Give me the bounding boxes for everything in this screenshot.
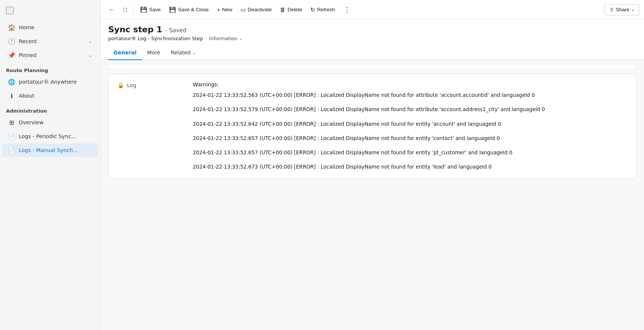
toolbar: ← □ 💾 Save 💾 Save & Close + New ▭ Deacti… — [101, 0, 644, 20]
chevron-down-icon: ⌄ — [192, 50, 196, 55]
tab-more[interactable]: More — [142, 46, 166, 60]
log-entry: 2024-01-22 13:33:52.673 (UTC+00:00) [ERR… — [193, 163, 627, 170]
sidebar-section-administration: Administration — [0, 103, 100, 115]
sidebar-item-pinned[interactable]: 📌 Pinned ⌄ — [2, 48, 98, 62]
home-icon: 🏠 — [8, 24, 15, 31]
sidebar-item-label: Home — [19, 24, 34, 30]
log-card-body: 🔒 Log Warnings: 2024-01-22 13:33:52.563 … — [109, 74, 636, 178]
chevron-down-icon: ⌄ — [88, 53, 92, 58]
sidebar-item-label: Recent — [19, 38, 37, 44]
plus-icon: + — [217, 6, 221, 13]
back-button[interactable]: ← — [105, 3, 118, 16]
tabs-row: General More Related ⌄ — [101, 46, 644, 60]
log-content-column: Warnings: 2024-01-22 13:33:52.563 (UTC+0… — [193, 81, 627, 171]
sidebar-section-route-planning: Route Planning — [0, 62, 100, 75]
sidebar-nav: 🏠 Home 🕐 Recent ⌄ 📌 Pinned ⌄ Route Plann… — [0, 19, 100, 330]
breadcrumb-info-label: Information — [209, 36, 237, 41]
chevron-down-icon: ⌄ — [631, 7, 635, 12]
page-header: Sync step 1 - Saved portatour® Log - Syn… — [101, 20, 644, 46]
breadcrumb-info-dropdown[interactable]: Information ⌄ — [209, 36, 242, 41]
sidebar-item-label: About — [19, 93, 34, 99]
clock-icon: 🕐 — [8, 38, 15, 45]
sidebar-item-label: portatour® Anywhere — [19, 79, 77, 85]
log-card: 🔒 Log Warnings: 2024-01-22 13:33:52.563 … — [108, 74, 636, 179]
pin-icon: 📌 — [8, 52, 15, 59]
deactivate-button[interactable]: ▭ Deactivate — [237, 4, 275, 15]
sidebar: 🏠 Home 🕐 Recent ⌄ 📌 Pinned ⌄ Route Plann… — [0, 0, 101, 330]
expand-button[interactable]: □ — [119, 3, 132, 16]
sidebar-item-home[interactable]: 🏠 Home — [2, 21, 98, 34]
main-area: ← □ 💾 Save 💾 Save & Close + New ▭ Deacti… — [101, 0, 644, 330]
sidebar-item-about[interactable]: ℹ About — [2, 89, 98, 102]
sidebar-item-portatour-anywhere[interactable]: 🌐 portatour® Anywhere — [2, 75, 98, 89]
page-title-row: Sync step 1 - Saved — [108, 25, 636, 34]
log-entry: 2024-01-22 13:33:52.657 (UTC+00:00) [ERR… — [193, 134, 627, 142]
sidebar-item-logs-manual[interactable]: 📄 Logs - Manual Synch... — [2, 143, 98, 157]
top-card — [108, 64, 636, 70]
tab-related[interactable]: Related ⌄ — [165, 46, 201, 60]
log-label: Log — [127, 82, 136, 88]
overview-icon: ⊞ — [8, 119, 15, 126]
document-icon: 📄 — [8, 133, 15, 140]
sidebar-item-label: Pinned — [19, 52, 36, 58]
more-options-button[interactable]: ⋮ — [340, 3, 354, 16]
globe-icon: 🌐 — [8, 78, 15, 85]
save-icon: 💾 — [140, 6, 147, 13]
save-close-button[interactable]: 💾 Save & Close — [165, 4, 213, 15]
share-button[interactable]: ⇧ Share ⌄ — [605, 4, 639, 15]
warnings-label: Warnings: — [193, 81, 627, 87]
sidebar-item-label: Logs - Periodic Sync... — [19, 133, 76, 139]
content-area: 🔒 Log Warnings: 2024-01-22 13:33:52.563 … — [101, 60, 644, 330]
sidebar-item-label: Logs - Manual Synch... — [19, 147, 78, 153]
sidebar-header — [0, 0, 100, 19]
chevron-down-icon: ⌄ — [88, 39, 92, 44]
log-entry: 2024-01-22 13:33:52.642 (UTC+00:00) [ERR… — [193, 120, 627, 128]
info-icon: ℹ — [8, 92, 15, 99]
share-icon: ⇧ — [609, 7, 614, 13]
breadcrumb: portatour® Log - Synchronization Step · … — [108, 36, 636, 41]
delete-button[interactable]: 🗑 Delete — [276, 4, 306, 15]
log-entry: 2024-01-22 13:33:52.563 (UTC+00:00) [ERR… — [193, 91, 627, 99]
log-entry: 2024-01-22 13:33:52.657 (UTC+00:00) [ERR… — [193, 149, 627, 156]
hamburger-menu-button[interactable] — [6, 7, 14, 14]
breadcrumb-separator: · — [205, 36, 207, 41]
refresh-button[interactable]: ↻ Refresh — [307, 4, 339, 15]
sidebar-item-label: Overview — [19, 119, 44, 125]
new-button[interactable]: + New — [213, 4, 236, 15]
sidebar-item-logs-periodic[interactable]: 📄 Logs - Periodic Sync... — [2, 130, 98, 143]
breadcrumb-app-name: portatour® Log - Synchronization Step — [108, 36, 203, 41]
toolbar-divider — [134, 5, 134, 14]
trash-icon: 🗑 — [280, 6, 286, 13]
save-button[interactable]: 💾 Save — [136, 4, 165, 15]
document-icon: 📄 — [8, 147, 15, 154]
log-label-column: 🔒 Log — [118, 81, 185, 171]
refresh-icon: ↻ — [310, 6, 315, 13]
sidebar-item-overview[interactable]: ⊞ Overview — [2, 116, 98, 129]
page-title: Sync step 1 — [108, 25, 162, 34]
lock-icon: 🔒 — [118, 82, 124, 88]
page-saved-status: - Saved — [165, 27, 187, 34]
log-entry: 2024-01-22 13:33:52.579 (UTC+00:00) [ERR… — [193, 105, 627, 113]
save-close-icon: 💾 — [169, 6, 176, 13]
sidebar-item-recent[interactable]: 🕐 Recent ⌄ — [2, 35, 98, 48]
deactivate-icon: ▭ — [240, 6, 246, 13]
tab-general[interactable]: General — [108, 46, 142, 60]
chevron-down-icon: ⌄ — [239, 36, 242, 41]
